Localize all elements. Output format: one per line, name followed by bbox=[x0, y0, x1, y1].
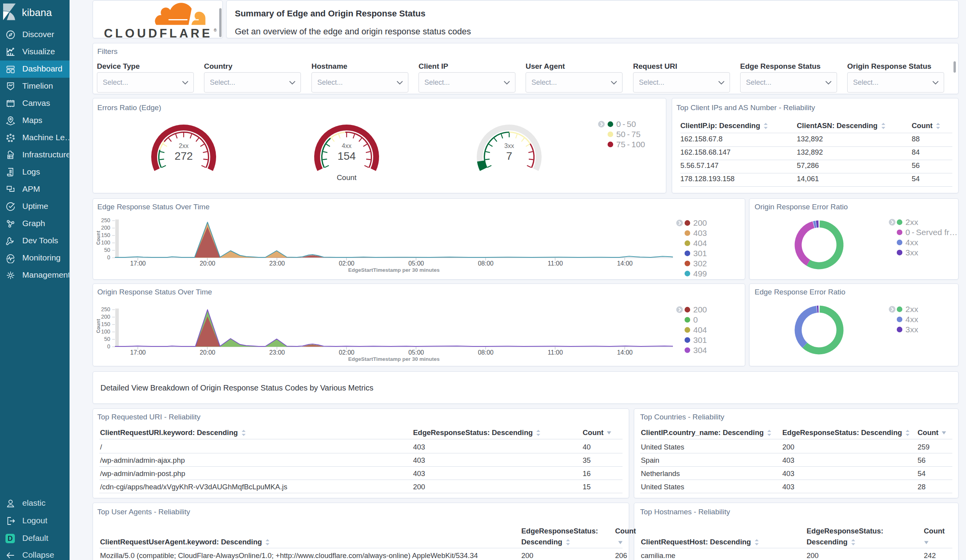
svg-text:4xx: 4xx bbox=[905, 315, 918, 324]
svg-text:0 - Served fr…: 0 - Served fr… bbox=[905, 228, 957, 237]
svg-text:0: 0 bbox=[693, 315, 698, 324]
svg-text:499: 499 bbox=[693, 269, 707, 278]
svg-text:301: 301 bbox=[693, 249, 707, 258]
svg-text:200: 200 bbox=[693, 218, 707, 227]
svg-text:2xx: 2xx bbox=[905, 218, 918, 226]
svg-text:403: 403 bbox=[693, 228, 707, 237]
svg-text:50 - 75: 50 - 75 bbox=[616, 130, 640, 139]
svg-text:404: 404 bbox=[693, 325, 707, 334]
svg-text:302: 302 bbox=[693, 259, 707, 268]
svg-text:304: 304 bbox=[693, 346, 707, 355]
svg-text:4xx: 4xx bbox=[905, 238, 918, 247]
svg-text:404: 404 bbox=[693, 239, 707, 248]
svg-text:75 - 100: 75 - 100 bbox=[616, 140, 645, 149]
svg-text:200: 200 bbox=[693, 305, 707, 314]
svg-text:301: 301 bbox=[693, 335, 707, 344]
svg-text:3xx: 3xx bbox=[905, 325, 918, 334]
svg-text:0 - 50: 0 - 50 bbox=[616, 119, 636, 128]
svg-text:2xx: 2xx bbox=[905, 305, 918, 314]
svg-text:3xx: 3xx bbox=[905, 248, 918, 257]
